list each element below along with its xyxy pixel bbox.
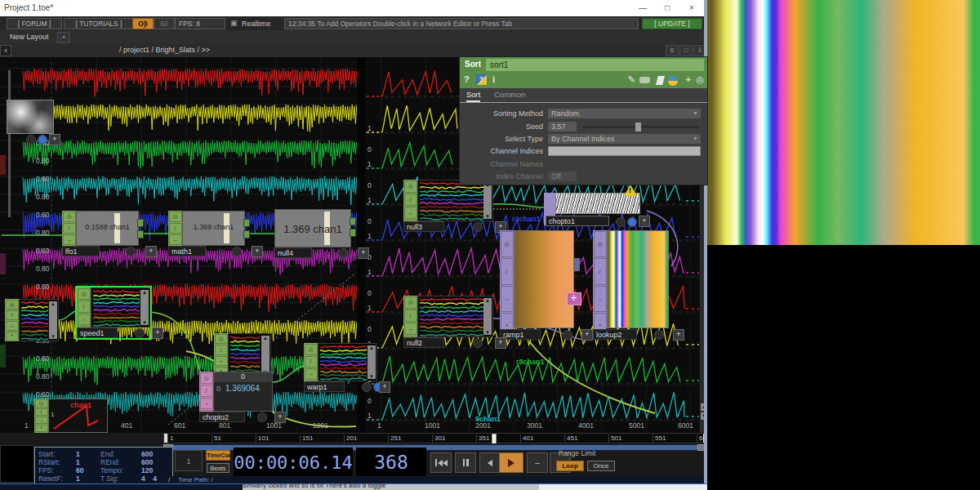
node-clone-icon[interactable]: / — [35, 408, 48, 416]
node-output-connector[interactable] — [350, 217, 356, 225]
node-input-connector[interactable] — [573, 258, 580, 271]
node-viewer-dot-button[interactable] — [38, 135, 47, 145]
node-viewer-icon[interactable]: ◎ — [501, 231, 514, 258]
node-name-label[interactable]: speed1 — [77, 327, 118, 338]
pane-zero-button[interactable]: 0 — [666, 45, 679, 56]
node-dot-button[interactable] — [473, 338, 483, 348]
tutorials-button[interactable]: [ TUTORIALS ] — [64, 18, 134, 29]
node-clone-icon[interactable]: / — [169, 223, 182, 234]
node-chopto2[interactable]: ◎/→*001.369064chopto2+ — [199, 372, 273, 422]
close-button[interactable]: × — [679, 0, 704, 16]
node-name-label[interactable]: null4 — [274, 247, 312, 258]
layout-tab[interactable]: New Layout — [10, 33, 49, 41]
node-chop-multi[interactable]: ◎/→*▲▼ — [5, 299, 59, 341]
timeline-ruler[interactable]: 151101151201251301351401451501551600 — [163, 433, 707, 443]
node-bypass-icon[interactable]: * — [35, 425, 48, 432]
help-icon[interactable]: ? — [464, 74, 470, 84]
forum-button[interactable]: [ FORUM ] — [7, 18, 62, 29]
frame-minus-button[interactable]: − — [527, 452, 548, 473]
node-viewer-icon[interactable]: ◎ — [78, 288, 91, 301]
node-clone-icon[interactable]: / — [404, 194, 417, 206]
node-plus-button[interactable]: + — [145, 246, 157, 257]
add-parameter-icon[interactable]: + — [686, 74, 691, 84]
node-clone-icon[interactable]: / — [594, 258, 607, 285]
mini-scrollbar[interactable]: ▲▼ — [49, 301, 57, 339]
node-dot-button[interactable] — [232, 247, 242, 256]
node-dot-button[interactable] — [362, 382, 372, 392]
node-output-connector[interactable] — [350, 229, 356, 237]
node-plus-button[interactable]: + — [379, 381, 390, 393]
node-viewer-icon[interactable]: ◎ — [215, 334, 228, 345]
beats-mode-button[interactable]: Beats — [207, 463, 229, 473]
mini-scroll-up-icon[interactable]: ▲ — [369, 345, 374, 350]
info-icon[interactable]: i — [492, 74, 495, 84]
node-export-icon[interactable]: → — [35, 416, 48, 424]
node-viewer-icon[interactable]: ◎ — [404, 180, 417, 193]
param-value-field[interactable]: 3.57 — [548, 122, 577, 131]
comment-bubble-icon[interactable] — [639, 77, 650, 83]
mini-scrollbar[interactable]: ▲▼ — [140, 290, 149, 325]
dialog-header[interactable]: Sort sort1 — [460, 57, 707, 73]
node-export-icon[interactable]: → — [6, 321, 19, 331]
node-export-icon[interactable]: → — [63, 234, 76, 245]
param-text-input[interactable] — [548, 146, 701, 156]
node-plus-button[interactable]: + — [495, 337, 506, 349]
tab-sort[interactable]: Sort — [466, 90, 480, 102]
node-plus-button[interactable]: + — [49, 134, 60, 145]
language-icon[interactable] — [656, 76, 665, 85]
node-dot-button[interactable] — [563, 330, 572, 340]
mini-scroll-down-icon[interactable]: ▼ — [485, 330, 490, 335]
node-export-icon[interactable]: → — [169, 234, 182, 245]
node-clone-icon[interactable]: / — [501, 258, 514, 285]
node-dot-button[interactable] — [126, 247, 136, 256]
maximize-button[interactable]: □ — [655, 0, 679, 16]
realtime-label[interactable]: Realtime — [242, 20, 271, 28]
perform-mode-toggle[interactable]: O|I — [132, 18, 154, 29]
pane-close-button[interactable]: x — [0, 45, 11, 56]
ruler-start-handle[interactable] — [164, 434, 167, 443]
mini-scrollbar[interactable]: ▲▼ — [483, 182, 492, 219]
node-plus-button[interactable]: + — [639, 216, 650, 227]
node-speed1[interactable]: ◎/→*▲▼speed1+ — [77, 287, 150, 338]
mini-scroll-down-icon[interactable]: ▼ — [142, 320, 147, 325]
node-dot-button[interactable] — [135, 328, 145, 338]
pause-button[interactable] — [455, 452, 476, 473]
node-plus-button[interactable]: + — [581, 329, 593, 341]
node-clone-icon[interactable]: / — [78, 301, 91, 313]
node-export-icon[interactable]: → — [404, 323, 417, 335]
mini-scroll-up-icon[interactable]: ▲ — [263, 336, 268, 341]
node-name-label[interactable]: math1 — [168, 246, 206, 256]
time-path-slash[interactable]: / — [168, 476, 170, 483]
node-output-connector[interactable] — [137, 230, 144, 238]
once-button[interactable]: Once — [587, 461, 615, 471]
node-name-label[interactable]: warp1 — [304, 381, 345, 392]
node-bypass-icon[interactable]: * — [6, 332, 19, 341]
node-dot-button[interactable] — [473, 222, 483, 232]
node-viewer-icon[interactable]: ◎ — [6, 300, 19, 310]
operator-name-field[interactable]: sort1 — [486, 59, 704, 71]
python-help-icon[interactable]: ? — [476, 74, 487, 85]
node-export-icon[interactable]: → — [501, 286, 514, 313]
node-dot-button[interactable] — [26, 135, 36, 145]
mini-scrollbar[interactable]: ▲▼ — [261, 336, 270, 375]
node-export-icon[interactable]: → — [78, 314, 91, 326]
node-clone-icon[interactable]: / — [200, 385, 213, 397]
play-button[interactable] — [499, 452, 523, 473]
node-output-connector[interactable] — [243, 219, 250, 227]
python-expressions-icon[interactable] — [668, 76, 678, 86]
node-export-icon[interactable]: → — [200, 398, 213, 410]
node-output-connector[interactable] — [137, 219, 144, 227]
target-icon[interactable]: ◎ — [696, 74, 704, 85]
skip-to-start-button[interactable] — [430, 452, 452, 473]
node-plus-button[interactable]: + — [358, 247, 369, 259]
minimize-button[interactable]: — — [630, 0, 655, 16]
node-lookup2[interactable]: ◎/→*lookup2+ — [593, 230, 671, 340]
node-viewer-icon[interactable]: ◎ — [404, 296, 417, 309]
node-chop-graph[interactable]: ◎/→*chan11 — [34, 399, 108, 433]
mini-scrollbar[interactable]: ▲▼ — [483, 298, 492, 335]
comment-edit-icon[interactable]: ✎ — [628, 74, 635, 85]
update-button[interactable]: [ UPDATE ] — [642, 18, 702, 29]
node-null3[interactable]: ◎/→*▲▼null3+ — [403, 180, 493, 232]
node-viewer-icon[interactable]: ◎ — [305, 344, 318, 355]
node-clone-icon[interactable]: / — [404, 310, 417, 322]
